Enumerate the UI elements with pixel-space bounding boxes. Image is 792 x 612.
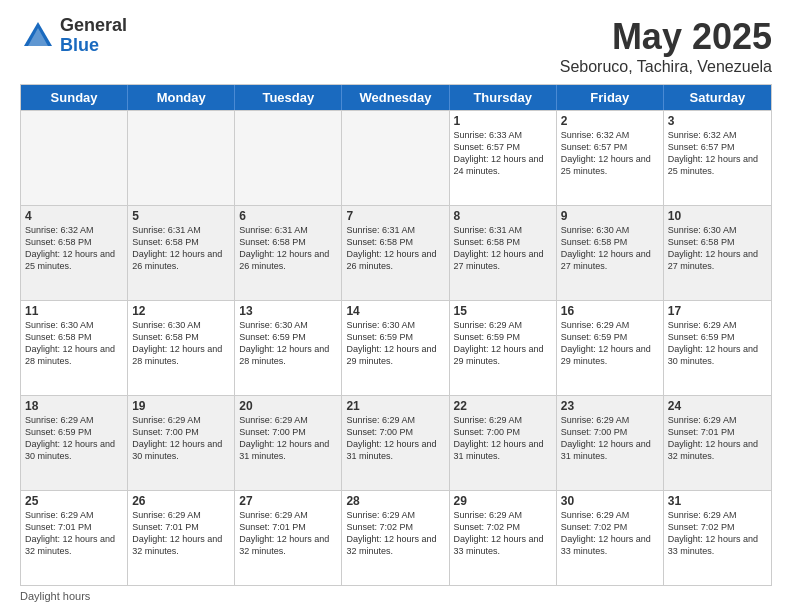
day-number: 23 <box>561 399 659 413</box>
logo-text: General Blue <box>60 16 127 56</box>
day-number: 6 <box>239 209 337 223</box>
cell-info: Sunrise: 6:31 AM Sunset: 6:58 PM Dayligh… <box>454 224 552 273</box>
day-number: 7 <box>346 209 444 223</box>
calendar-cell: 2Sunrise: 6:32 AM Sunset: 6:57 PM Daylig… <box>557 111 664 205</box>
cell-info: Sunrise: 6:32 AM Sunset: 6:58 PM Dayligh… <box>25 224 123 273</box>
day-number: 13 <box>239 304 337 318</box>
cell-info: Sunrise: 6:30 AM Sunset: 6:58 PM Dayligh… <box>668 224 767 273</box>
cell-info: Sunrise: 6:29 AM Sunset: 7:02 PM Dayligh… <box>346 509 444 558</box>
logo-general-label: General <box>60 16 127 36</box>
cell-info: Sunrise: 6:32 AM Sunset: 6:57 PM Dayligh… <box>668 129 767 178</box>
calendar-header-cell: Wednesday <box>342 85 449 110</box>
calendar-cell: 18Sunrise: 6:29 AM Sunset: 6:59 PM Dayli… <box>21 396 128 490</box>
calendar-cell: 24Sunrise: 6:29 AM Sunset: 7:01 PM Dayli… <box>664 396 771 490</box>
day-number: 22 <box>454 399 552 413</box>
calendar-cell: 23Sunrise: 6:29 AM Sunset: 7:00 PM Dayli… <box>557 396 664 490</box>
cell-info: Sunrise: 6:30 AM Sunset: 6:59 PM Dayligh… <box>346 319 444 368</box>
calendar-cell: 21Sunrise: 6:29 AM Sunset: 7:00 PM Dayli… <box>342 396 449 490</box>
cell-info: Sunrise: 6:29 AM Sunset: 7:01 PM Dayligh… <box>25 509 123 558</box>
cell-info: Sunrise: 6:31 AM Sunset: 6:58 PM Dayligh… <box>346 224 444 273</box>
calendar-cell: 29Sunrise: 6:29 AM Sunset: 7:02 PM Dayli… <box>450 491 557 585</box>
calendar-header-cell: Saturday <box>664 85 771 110</box>
cell-info: Sunrise: 6:29 AM Sunset: 7:00 PM Dayligh… <box>132 414 230 463</box>
day-number: 25 <box>25 494 123 508</box>
calendar-cell: 19Sunrise: 6:29 AM Sunset: 7:00 PM Dayli… <box>128 396 235 490</box>
day-number: 24 <box>668 399 767 413</box>
calendar-cell: 30Sunrise: 6:29 AM Sunset: 7:02 PM Dayli… <box>557 491 664 585</box>
cell-info: Sunrise: 6:30 AM Sunset: 6:59 PM Dayligh… <box>239 319 337 368</box>
cell-info: Sunrise: 6:29 AM Sunset: 7:00 PM Dayligh… <box>239 414 337 463</box>
calendar-row: 1Sunrise: 6:33 AM Sunset: 6:57 PM Daylig… <box>21 110 771 205</box>
cell-info: Sunrise: 6:32 AM Sunset: 6:57 PM Dayligh… <box>561 129 659 178</box>
calendar-cell: 28Sunrise: 6:29 AM Sunset: 7:02 PM Dayli… <box>342 491 449 585</box>
calendar-header-cell: Thursday <box>450 85 557 110</box>
cell-info: Sunrise: 6:29 AM Sunset: 6:59 PM Dayligh… <box>25 414 123 463</box>
cell-info: Sunrise: 6:29 AM Sunset: 7:00 PM Dayligh… <box>346 414 444 463</box>
calendar-header-cell: Friday <box>557 85 664 110</box>
calendar-header-cell: Sunday <box>21 85 128 110</box>
calendar: SundayMondayTuesdayWednesdayThursdayFrid… <box>20 84 772 586</box>
calendar-header-cell: Tuesday <box>235 85 342 110</box>
calendar-cell: 25Sunrise: 6:29 AM Sunset: 7:01 PM Dayli… <box>21 491 128 585</box>
main-title: May 2025 <box>560 16 772 58</box>
day-number: 4 <box>25 209 123 223</box>
day-number: 14 <box>346 304 444 318</box>
calendar-body: 1Sunrise: 6:33 AM Sunset: 6:57 PM Daylig… <box>21 110 771 585</box>
day-number: 28 <box>346 494 444 508</box>
calendar-cell: 6Sunrise: 6:31 AM Sunset: 6:58 PM Daylig… <box>235 206 342 300</box>
calendar-cell: 14Sunrise: 6:30 AM Sunset: 6:59 PM Dayli… <box>342 301 449 395</box>
cell-info: Sunrise: 6:29 AM Sunset: 7:01 PM Dayligh… <box>668 414 767 463</box>
day-number: 30 <box>561 494 659 508</box>
calendar-cell <box>21 111 128 205</box>
footer-note: Daylight hours <box>20 590 772 602</box>
day-number: 9 <box>561 209 659 223</box>
calendar-cell: 17Sunrise: 6:29 AM Sunset: 6:59 PM Dayli… <box>664 301 771 395</box>
calendar-cell: 27Sunrise: 6:29 AM Sunset: 7:01 PM Dayli… <box>235 491 342 585</box>
day-number: 19 <box>132 399 230 413</box>
cell-info: Sunrise: 6:30 AM Sunset: 6:58 PM Dayligh… <box>561 224 659 273</box>
calendar-row: 4Sunrise: 6:32 AM Sunset: 6:58 PM Daylig… <box>21 205 771 300</box>
day-number: 15 <box>454 304 552 318</box>
day-number: 2 <box>561 114 659 128</box>
cell-info: Sunrise: 6:29 AM Sunset: 7:00 PM Dayligh… <box>561 414 659 463</box>
day-number: 5 <box>132 209 230 223</box>
cell-info: Sunrise: 6:33 AM Sunset: 6:57 PM Dayligh… <box>454 129 552 178</box>
calendar-cell: 31Sunrise: 6:29 AM Sunset: 7:02 PM Dayli… <box>664 491 771 585</box>
day-number: 12 <box>132 304 230 318</box>
cell-info: Sunrise: 6:29 AM Sunset: 7:01 PM Dayligh… <box>239 509 337 558</box>
day-number: 3 <box>668 114 767 128</box>
logo: General Blue <box>20 16 127 56</box>
day-number: 18 <box>25 399 123 413</box>
calendar-cell: 26Sunrise: 6:29 AM Sunset: 7:01 PM Dayli… <box>128 491 235 585</box>
day-number: 20 <box>239 399 337 413</box>
cell-info: Sunrise: 6:29 AM Sunset: 7:02 PM Dayligh… <box>561 509 659 558</box>
cell-info: Sunrise: 6:29 AM Sunset: 6:59 PM Dayligh… <box>668 319 767 368</box>
calendar-cell: 11Sunrise: 6:30 AM Sunset: 6:58 PM Dayli… <box>21 301 128 395</box>
calendar-cell: 13Sunrise: 6:30 AM Sunset: 6:59 PM Dayli… <box>235 301 342 395</box>
header: General Blue May 2025 Seboruco, Tachira,… <box>20 16 772 76</box>
calendar-cell <box>235 111 342 205</box>
calendar-cell <box>342 111 449 205</box>
cell-info: Sunrise: 6:29 AM Sunset: 7:02 PM Dayligh… <box>668 509 767 558</box>
title-block: May 2025 Seboruco, Tachira, Venezuela <box>560 16 772 76</box>
calendar-cell: 15Sunrise: 6:29 AM Sunset: 6:59 PM Dayli… <box>450 301 557 395</box>
day-number: 16 <box>561 304 659 318</box>
calendar-header-cell: Monday <box>128 85 235 110</box>
cell-info: Sunrise: 6:30 AM Sunset: 6:58 PM Dayligh… <box>132 319 230 368</box>
calendar-row: 11Sunrise: 6:30 AM Sunset: 6:58 PM Dayli… <box>21 300 771 395</box>
day-number: 31 <box>668 494 767 508</box>
day-number: 11 <box>25 304 123 318</box>
cell-info: Sunrise: 6:29 AM Sunset: 6:59 PM Dayligh… <box>561 319 659 368</box>
calendar-row: 18Sunrise: 6:29 AM Sunset: 6:59 PM Dayli… <box>21 395 771 490</box>
calendar-cell: 8Sunrise: 6:31 AM Sunset: 6:58 PM Daylig… <box>450 206 557 300</box>
cell-info: Sunrise: 6:29 AM Sunset: 7:00 PM Dayligh… <box>454 414 552 463</box>
calendar-cell: 9Sunrise: 6:30 AM Sunset: 6:58 PM Daylig… <box>557 206 664 300</box>
calendar-cell: 22Sunrise: 6:29 AM Sunset: 7:00 PM Dayli… <box>450 396 557 490</box>
calendar-cell: 4Sunrise: 6:32 AM Sunset: 6:58 PM Daylig… <box>21 206 128 300</box>
calendar-cell: 10Sunrise: 6:30 AM Sunset: 6:58 PM Dayli… <box>664 206 771 300</box>
cell-info: Sunrise: 6:31 AM Sunset: 6:58 PM Dayligh… <box>239 224 337 273</box>
cell-info: Sunrise: 6:29 AM Sunset: 7:01 PM Dayligh… <box>132 509 230 558</box>
subtitle: Seboruco, Tachira, Venezuela <box>560 58 772 76</box>
calendar-cell: 5Sunrise: 6:31 AM Sunset: 6:58 PM Daylig… <box>128 206 235 300</box>
day-number: 8 <box>454 209 552 223</box>
